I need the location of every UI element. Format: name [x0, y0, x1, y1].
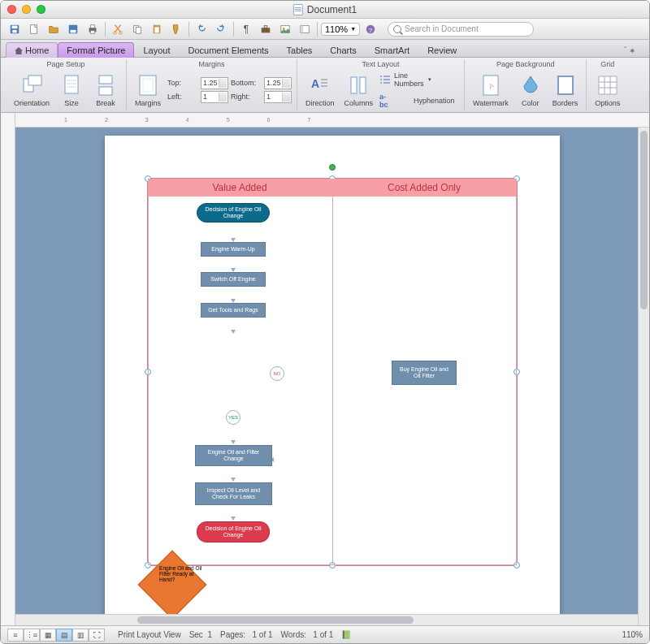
selected-picture-frame[interactable]: Value Added Cost Added Only — [147, 178, 518, 566]
sidebar-icon[interactable] — [296, 21, 314, 37]
document-canvas[interactable]: Value Added Cost Added Only — [15, 128, 649, 614]
ribbon-tabs: Home Format Picture Layout Document Elem… — [1, 40, 649, 58]
svg-text:A: A — [311, 77, 319, 90]
toolbox-icon[interactable] — [257, 21, 275, 37]
view-print-layout-icon[interactable]: ▤ — [56, 629, 72, 642]
copy-icon[interactable] — [128, 21, 146, 37]
flow-start: Decision of Engine Oil Change — [197, 203, 270, 223]
format-painter-icon[interactable] — [167, 21, 185, 37]
zoom-selector[interactable]: 110%▼ — [321, 23, 360, 36]
group-grid: Grid Options — [587, 59, 628, 110]
paste-icon[interactable] — [148, 21, 166, 37]
view-outline-icon[interactable]: ⋮≡ — [24, 629, 40, 642]
document-title: Document1 — [307, 4, 357, 15]
tab-format-picture[interactable]: Format Picture — [58, 42, 134, 58]
separator — [233, 22, 234, 37]
swimlane-2-title: Cost Added Only — [332, 179, 517, 197]
print-icon[interactable] — [84, 21, 102, 37]
svg-rect-14 — [154, 27, 158, 32]
orientation-button[interactable]: Orientation — [11, 71, 53, 109]
zoom-window-button[interactable] — [37, 5, 46, 14]
minimize-window-button[interactable] — [22, 5, 31, 14]
margins-button[interactable]: Margins — [132, 71, 164, 109]
tab-tables[interactable]: Tables — [278, 42, 322, 58]
svg-rect-27 — [99, 87, 112, 95]
margin-left-input[interactable]: 1 — [201, 91, 228, 103]
search-field[interactable]: Search in Document — [388, 22, 534, 37]
svg-rect-2 — [12, 29, 16, 32]
svg-rect-12 — [136, 27, 141, 33]
hyphenation-button[interactable]: a-bcHyphenation — [379, 93, 459, 109]
view-publishing-icon[interactable]: ▦ — [40, 629, 56, 642]
page-color-button[interactable]: Color — [515, 71, 546, 109]
save-icon[interactable] — [6, 21, 24, 37]
undo-icon[interactable] — [193, 21, 210, 37]
horizontal-scrollbar[interactable] — [15, 614, 649, 625]
zoom-level[interactable]: 110% — [622, 630, 643, 639]
margin-top-input[interactable]: 1.25 — [201, 77, 228, 89]
scrollbar-thumb[interactable] — [640, 131, 648, 309]
flow-label-no: NO — [270, 366, 284, 381]
tab-charts[interactable]: Charts — [321, 42, 365, 58]
gallery-icon[interactable] — [276, 21, 294, 37]
grid-options-button[interactable]: Options — [592, 71, 623, 109]
search-icon — [393, 25, 401, 33]
view-fullscreen-icon[interactable]: ⛶ — [89, 629, 105, 642]
flow-step: Switch Off Engine — [201, 272, 266, 287]
horizontal-ruler[interactable]: 1234567 — [15, 113, 649, 128]
vertical-ruler[interactable] — [1, 113, 15, 625]
show-marks-icon[interactable]: ¶ — [237, 21, 255, 37]
tab-smartart[interactable]: SmartArt — [366, 42, 418, 58]
margin-bottom-input[interactable]: 1.25 — [264, 77, 292, 89]
view-draft-icon[interactable]: ≡ — [7, 629, 24, 642]
svg-text:?: ? — [369, 26, 373, 33]
save2-icon[interactable] — [64, 21, 82, 37]
group-page-background: Page Background AWatermark Color Borders — [465, 59, 587, 110]
flow-step: Engine Warm-Up — [201, 242, 266, 257]
flow-label-yes: YES — [226, 410, 240, 425]
flow-step: Get Tools and Rags — [201, 303, 266, 318]
vertical-scrollbar[interactable] — [638, 128, 649, 625]
app-window: Document1 ¶ 110%▼ ? Search in Document H… — [0, 0, 650, 644]
page: Value Added Cost Added Only — [105, 136, 560, 614]
svg-rect-31 — [351, 77, 357, 93]
scrollbar-thumb[interactable] — [137, 616, 414, 624]
group-page-setup: Page Setup Orientation Size Break — [6, 59, 127, 110]
tab-review[interactable]: Review — [418, 42, 466, 58]
help-icon[interactable]: ? — [362, 21, 379, 37]
svg-rect-32 — [360, 77, 366, 93]
cut-icon[interactable] — [109, 21, 127, 37]
ribbon-collapse-icon[interactable]: ˇ ✶ — [615, 43, 644, 58]
size-button[interactable]: Size — [56, 71, 87, 109]
search-placeholder: Search in Document — [405, 24, 479, 33]
margin-right-input[interactable]: 1 — [264, 91, 292, 103]
flow-step-buy: Buy Engine Oil and Oil Filter — [392, 361, 457, 385]
svg-rect-7 — [90, 24, 94, 28]
rotate-handle[interactable] — [329, 164, 336, 171]
tab-layout[interactable]: Layout — [134, 42, 179, 58]
direction-button[interactable]: ADirection — [302, 71, 338, 109]
document-icon — [293, 4, 303, 15]
svg-rect-26 — [99, 76, 112, 84]
close-window-button[interactable] — [7, 5, 16, 14]
svg-rect-35 — [558, 76, 573, 94]
tab-document-elements[interactable]: Document Elements — [180, 42, 278, 58]
columns-button[interactable]: Columns — [341, 71, 377, 109]
open-icon[interactable] — [45, 21, 63, 37]
redo-icon[interactable] — [212, 21, 230, 37]
titlebar: Document1 — [1, 1, 649, 19]
svg-rect-25 — [65, 76, 78, 93]
page-borders-button[interactable]: Borders — [549, 71, 582, 109]
svg-rect-20 — [301, 25, 304, 32]
break-button[interactable]: Break — [90, 71, 121, 109]
tab-home[interactable]: Home — [6, 42, 58, 58]
separator — [105, 22, 106, 37]
new-doc-icon[interactable] — [25, 21, 43, 37]
view-notebook-icon[interactable]: ▥ — [72, 629, 89, 642]
view-mode-buttons: ≡ ⋮≡ ▦ ▤ ▥ ⛶ — [7, 629, 105, 642]
section-label: Sec 1 — [189, 630, 212, 639]
spellcheck-icon[interactable]: 📗 — [341, 630, 351, 639]
watermark-button[interactable]: AWatermark — [470, 71, 512, 109]
svg-rect-16 — [264, 25, 267, 28]
line-numbers-button[interactable]: Line Numbers▾ — [379, 71, 459, 88]
